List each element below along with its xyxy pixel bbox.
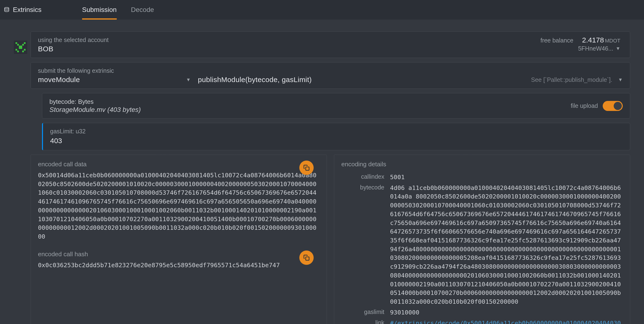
tab-submission[interactable]: Submission	[82, 0, 117, 19]
svg-rect-6	[19, 45, 22, 49]
balance-block: free balance 2.4178MDOT 5FHneW46... ▼	[540, 36, 620, 52]
gaslimit-input[interactable]	[50, 136, 623, 145]
svg-rect-2	[16, 42, 17, 44]
account-address-short: 5FHneW46...	[578, 45, 613, 52]
bytecode-value: 4d06 a11ceb0b060000000a01000402040403081…	[390, 183, 623, 306]
account-label: using the selected account	[38, 36, 623, 43]
method-select[interactable]: publishModule(bytecode, gasLimit) See [`…	[198, 76, 623, 84]
pallet-select[interactable]: moveModule ▼	[38, 76, 191, 84]
bytecode-file-info: StorageModule.mv (403 bytes)	[50, 106, 141, 114]
bytecode-label: bytecode: Bytes	[50, 98, 141, 105]
encoded-data-box: encoded call data 0x50014d06a11ceb0b0600…	[30, 155, 327, 324]
breadcrumb[interactable]: Extrinsics	[0, 0, 54, 19]
callindex-value: 5001	[390, 173, 623, 182]
tabs: Submission Decode	[82, 0, 154, 19]
svg-rect-10	[22, 50, 24, 52]
bytecode-panel[interactable]: bytecode: Bytes StorageModule.mv (403 by…	[42, 93, 630, 119]
svg-rect-11	[306, 167, 309, 170]
account-identicon	[14, 40, 27, 54]
svg-rect-3	[24, 42, 26, 44]
encoded-data-label: encoded call data	[38, 161, 319, 168]
account-name: BOB	[38, 45, 623, 53]
extrinsic-panel: submit the following extrinsic moveModul…	[30, 62, 630, 89]
gaslimit-panel[interactable]: gasLimit: u32	[42, 123, 630, 150]
svg-rect-9	[17, 50, 19, 52]
file-upload-label: file upload	[571, 102, 598, 109]
pallet-value: moveModule	[38, 76, 80, 84]
callindex-key: callindex	[341, 173, 384, 182]
encoded-hash-label: encoded call hash	[38, 251, 319, 258]
copy-encoded-hash-button[interactable]	[299, 251, 314, 265]
gaslimit-label: gasLimit: u32	[50, 128, 623, 135]
decode-link[interactable]: #/extrinsics/decode/0x50014d06a11ceb0b06…	[390, 319, 623, 324]
top-bar: Extrinsics Submission Decode	[0, 0, 644, 19]
account-panel[interactable]: using the selected account BOB free bala…	[30, 31, 630, 58]
extrinsic-label: submit the following extrinsic	[38, 67, 623, 74]
breadcrumb-label: Extrinsics	[13, 6, 42, 13]
bytecode-key: bytecode	[341, 183, 384, 306]
svg-rect-12	[306, 257, 309, 260]
encoding-details-box: encoding details callindex 5001 bytecode…	[334, 155, 630, 324]
balance-unit: MDOT	[605, 38, 620, 44]
svg-rect-5	[22, 44, 24, 45]
chevron-down-icon: ▼	[186, 77, 191, 82]
balance-value: 2.4178	[582, 36, 604, 44]
encoded-hash-hex: 0x0c036253bc2ddd5b71e823276e20e8795e5c58…	[38, 261, 319, 270]
gaslimit-key: gaslimit	[341, 308, 384, 317]
encoded-data-hex: 0x50014d06a11ceb0b060000000a010004020404…	[38, 171, 319, 241]
method-value: publishModule(bytecode, gasLimit)	[198, 76, 312, 84]
link-key: link	[341, 319, 384, 324]
svg-rect-4	[17, 44, 19, 45]
chevron-down-icon: ▼	[618, 77, 623, 82]
file-upload-toggle[interactable]	[603, 101, 623, 111]
svg-point-0	[4, 7, 9, 9]
gaslimit-value: 93010000	[390, 308, 623, 317]
copy-encoded-data-button[interactable]	[299, 161, 314, 175]
svg-rect-8	[24, 49, 26, 50]
chevron-down-icon[interactable]: ▼	[616, 46, 620, 51]
balance-label: free balance	[540, 37, 573, 44]
tab-decode[interactable]: Decode	[131, 0, 154, 19]
database-icon	[3, 6, 10, 13]
encoding-details-title: encoding details	[341, 161, 623, 168]
svg-rect-7	[16, 49, 17, 50]
method-help: See [`Pallet::publish_module`].	[531, 76, 612, 83]
